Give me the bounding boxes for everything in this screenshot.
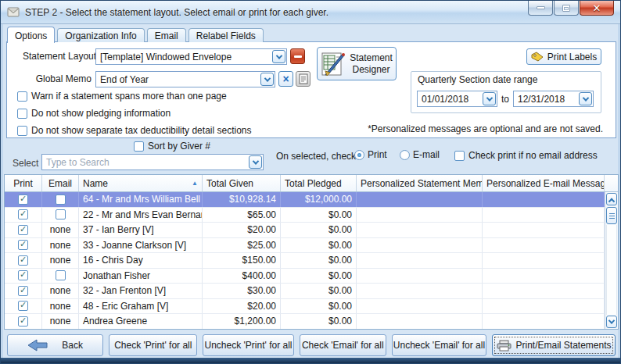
check-print-for-all-button[interactable]: Check 'Print' for all [109, 334, 197, 356]
print-checkbox[interactable]: ✓ [18, 240, 28, 250]
global-memo-dropdown-button[interactable] [260, 73, 274, 86]
print-checkbox[interactable]: ✓ [18, 209, 28, 219]
check-icon: ✓ [20, 316, 27, 325]
personalized-memo-cell[interactable] [357, 314, 483, 329]
table-row[interactable]: ✓none37 - Ian Berry [V]$20.00$0.00 [5, 223, 605, 238]
table-row[interactable]: ✓64 - Mr and Mrs William Bell$10,928.14$… [5, 192, 605, 208]
radio-email[interactable]: E-mail [400, 149, 440, 160]
print-checkbox[interactable]: ✓ [18, 225, 28, 235]
print-checkbox[interactable]: ✓ [18, 270, 28, 280]
column-header-total-pledged[interactable]: Total Pledged [281, 175, 357, 191]
name-cell: 64 - Mr and Mrs William Bell [79, 192, 203, 207]
print-checkbox[interactable]: ✓ [18, 255, 28, 266]
date-to-combo[interactable]: 12/31/2018 [513, 91, 594, 107]
scrollbar-thumb[interactable] [606, 207, 617, 224]
clear-memo-button[interactable]: × [278, 71, 293, 87]
personalized-memo-cell[interactable] [357, 284, 483, 298]
check-email-for-all-button[interactable]: Check 'Email' for all [300, 334, 386, 356]
table-row[interactable]: ✓none16 - Chris Day$150.00$0.00 [5, 253, 605, 269]
check-print-no-email-label: Check print if no email address [468, 150, 598, 161]
column-header-memo[interactable]: Personalized Statement Memo* [357, 175, 483, 191]
edit-memo-button[interactable] [296, 71, 310, 87]
check-print-no-email-checkbox[interactable]: Check print if no email address [454, 150, 598, 161]
personalized-message-cell[interactable] [483, 208, 605, 223]
column-header-print[interactable]: Print [5, 175, 42, 191]
statement-designer-button[interactable]: Statement Designer [317, 47, 397, 80]
radio-print-label: Print [368, 149, 387, 160]
table-row[interactable]: ✓22 - Mr and Mrs Evan Bernard$65.00$0.00 [5, 208, 605, 223]
statement-layout-dropdown-button[interactable] [272, 50, 285, 63]
column-header-name[interactable]: Name▲ [79, 175, 203, 191]
giver-search-input[interactable]: Type to Search [41, 154, 264, 170]
print-email-statements-button[interactable]: Print/Email Statements [492, 334, 616, 356]
personalized-message-cell[interactable] [483, 284, 605, 298]
table-row[interactable]: ✓none33 - Joanne Clarkson [V]$25.00$0.00 [5, 238, 605, 254]
personalized-memo-cell[interactable] [357, 253, 483, 268]
print-checkbox[interactable]: ✓ [18, 194, 28, 205]
maximize-button[interactable] [554, 1, 579, 16]
print-checkbox[interactable]: ✓ [18, 316, 28, 327]
personalized-message-cell[interactable] [483, 192, 605, 207]
personalized-message-cell[interactable] [483, 253, 605, 268]
minimize-button[interactable] [528, 1, 553, 16]
table-row[interactable]: ✓none32 - Jan Frenton [V]$30.00$0.00 [5, 284, 605, 299]
tab-email[interactable]: Email [147, 28, 186, 42]
personalized-message-cell[interactable] [483, 238, 605, 253]
email-checkbox[interactable] [56, 270, 66, 280]
print-cell: ✓ [5, 238, 42, 253]
email-checkbox[interactable] [56, 194, 66, 205]
personalized-memo-cell[interactable] [357, 269, 483, 284]
personalized-message-cell[interactable] [483, 314, 605, 329]
tab-relabel-fields[interactable]: Relabel Fields [188, 28, 264, 42]
on-selected-label: On selected, check [276, 151, 356, 162]
date-to-dropdown-button[interactable] [579, 92, 592, 105]
column-header-email[interactable]: Email [42, 175, 79, 191]
search-dropdown-button[interactable] [249, 155, 262, 169]
radio-print[interactable]: Print [354, 149, 387, 160]
scrollbar-track[interactable] [606, 225, 617, 315]
tab-organization-info[interactable]: Organization Info [57, 28, 144, 42]
uncheck-print-for-all-button[interactable]: Uncheck 'Print' for all [203, 334, 293, 356]
table-row[interactable]: ✓noneAndrea Greene$1,200.00$0.00 [5, 314, 605, 329]
warn-statement-spans-checkbox[interactable]: Warn if a statement spans more than one … [17, 91, 227, 102]
personalized-memo-cell[interactable] [357, 208, 483, 223]
tab-options[interactable]: Options [7, 27, 55, 43]
date-from-combo[interactable]: 01/01/2018 [417, 91, 497, 107]
statement-layout-combo[interactable]: [Template] Windowed Envelope [95, 48, 287, 65]
personalized-memo-cell[interactable] [357, 192, 483, 207]
back-button[interactable]: Back [7, 334, 103, 356]
remove-layout-button[interactable] [290, 48, 305, 64]
maximize-icon [562, 5, 570, 12]
personalized-message-cell[interactable] [483, 269, 605, 284]
scroll-up-button[interactable] [606, 193, 617, 205]
uncheck-email-for-all-button[interactable]: Uncheck 'Email' for all [392, 334, 486, 356]
table-row[interactable]: ✓Jonathan Fisher$400.00$0.00 [5, 269, 605, 284]
check-print-for-all-label: Check 'Print' for all [114, 340, 192, 351]
personalized-memo-cell[interactable] [357, 223, 483, 237]
vertical-scrollbar[interactable] [605, 192, 618, 329]
personalized-message-cell[interactable] [483, 299, 605, 314]
date-from-dropdown-button[interactable] [483, 92, 496, 105]
table-row[interactable]: ✓none48 - Eric Graham [V]$20.00$0.00 [5, 299, 605, 315]
print-cell: ✓ [5, 208, 42, 223]
personalized-message-cell[interactable] [483, 223, 605, 237]
print-checkbox[interactable]: ✓ [18, 286, 28, 296]
grip-icon [609, 213, 615, 214]
email-checkbox[interactable] [56, 209, 66, 219]
column-header-message[interactable]: Personalized E-mail Message* [483, 175, 605, 191]
global-memo-combo[interactable]: End of Year [95, 71, 275, 87]
sort-by-giver-checkbox[interactable]: Sort by Giver # [134, 141, 210, 152]
personalized-memo-cell[interactable] [357, 299, 483, 314]
personalized-memo-cell[interactable] [357, 238, 483, 253]
no-tax-detail-checkbox[interactable]: Do not show separate tax deductibility d… [17, 125, 252, 136]
total-pledged-cell: $0.00 [281, 284, 357, 298]
no-pledging-checkbox[interactable]: Do not show pledging information [17, 108, 171, 119]
close-button[interactable]: ✕ [580, 1, 614, 16]
print-checkbox[interactable]: ✓ [18, 301, 28, 311]
column-header-total-given[interactable]: Total Given [203, 175, 281, 191]
checkbox-icon [17, 91, 27, 102]
scroll-down-button[interactable] [606, 316, 617, 328]
print-labels-button[interactable]: Print Labels [526, 48, 601, 65]
name-cell: Andrea Greene [79, 314, 203, 329]
email-none-label: none [50, 240, 71, 251]
